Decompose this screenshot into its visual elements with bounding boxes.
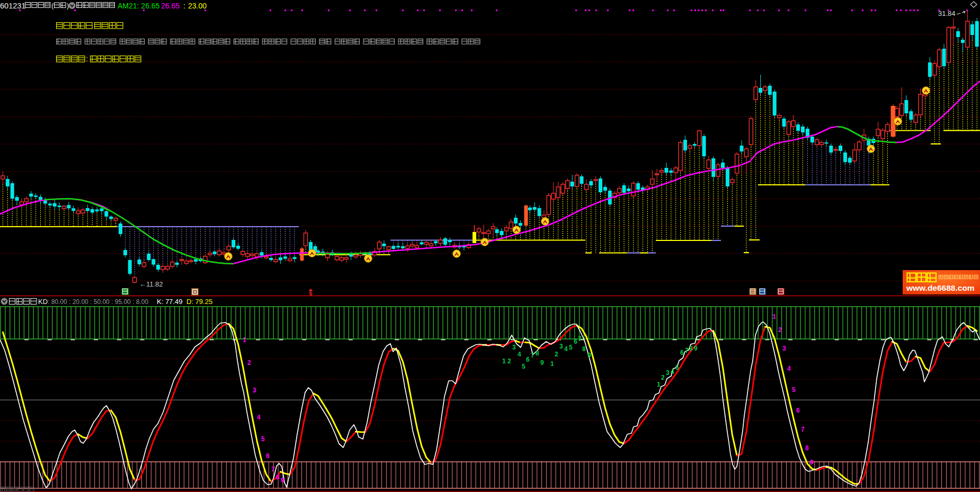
svg-text::: : <box>156 2 158 10</box>
svg-text:www.de6688.com: www.de6688.com <box>906 283 975 292</box>
svg-text:K: 77.49: K: 77.49 <box>157 298 182 306</box>
svg-text:31.84: 31.84 <box>938 10 956 17</box>
svg-text:23.00: 23.00 <box>188 2 207 10</box>
svg-text::: : <box>183 2 185 10</box>
svg-text:←11.82: ←11.82 <box>139 280 163 288</box>
svg-text:(: ( <box>51 2 54 10</box>
svg-text:KD: KD <box>38 298 48 306</box>
svg-text:601231: 601231 <box>0 2 25 10</box>
svg-text:: 80.00 : 20.00 : 50.00 : 95.0: : 80.00 : 20.00 : 50.00 : 95.00 : 8.00 <box>48 298 148 306</box>
svg-text:26.65: 26.65 <box>161 2 180 10</box>
svg-text::: : <box>86 55 88 63</box>
svg-text:AM21: 26.65: AM21: 26.65 <box>118 2 160 10</box>
svg-text:D: 79.25: D: 79.25 <box>186 298 212 306</box>
